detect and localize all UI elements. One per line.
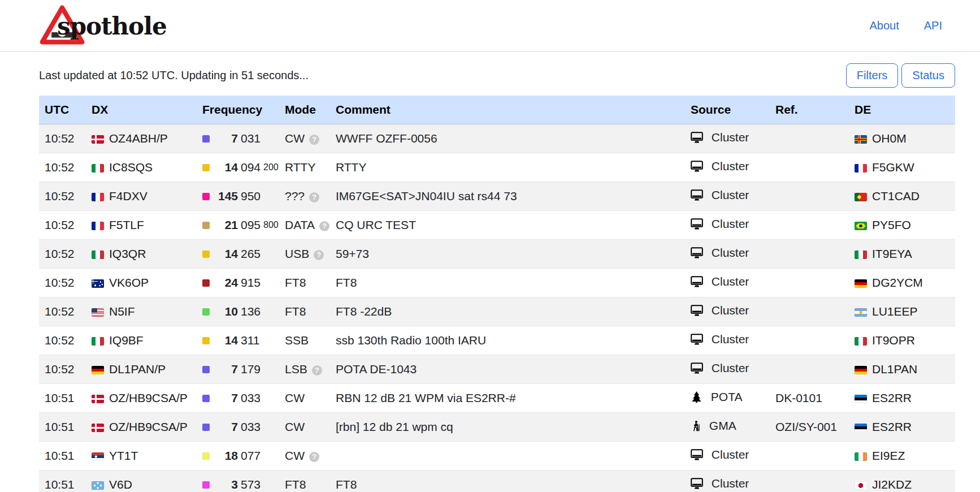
flag-it-icon: [855, 251, 867, 259]
de-callsign-link[interactable]: EI9EZ: [872, 449, 905, 462]
col-de-header: DE: [849, 96, 955, 124]
dx-callsign-link[interactable]: VK6OP: [109, 276, 149, 289]
de-callsign-link[interactable]: DG2YCM: [872, 276, 923, 289]
band-80m-indicator-icon: [202, 481, 210, 489]
frequency-mhz: 3: [214, 478, 238, 491]
de-callsign-link[interactable]: OH0M: [872, 132, 907, 145]
de-callsign-link[interactable]: IT9EYA: [872, 247, 912, 260]
frequency-mhz: 10: [214, 305, 238, 318]
de-callsign-link[interactable]: ES2RR: [872, 391, 912, 404]
table-row: 10:51 V6D 3 573 FT8 FT8: [39, 471, 955, 492]
flag-br-icon: [855, 222, 867, 230]
dx-callsign-link[interactable]: IQ9BF: [109, 334, 144, 347]
mode-help-icon[interactable]: ?: [309, 452, 319, 462]
dx-callsign-link[interactable]: IQ3QR: [109, 247, 146, 260]
ref-label: [770, 471, 849, 492]
dx-callsign-link[interactable]: OZ4ABH/P: [109, 132, 168, 145]
dx-callsign-link[interactable]: N5IF: [109, 305, 135, 318]
ref-label: [770, 355, 849, 384]
spot-time: 10:51: [39, 413, 86, 442]
de-callsign-link[interactable]: JI2KDZ: [872, 478, 912, 491]
flag-jp-icon: [855, 481, 867, 490]
frequency-khz: 031: [241, 132, 261, 145]
de-callsign-link[interactable]: IT9OPR: [872, 334, 915, 347]
frequency-khz: 179: [241, 362, 261, 376]
band-17m-indicator-icon: [202, 452, 210, 460]
source-cluster-icon: [691, 362, 703, 377]
table-row: 10:52 DL1PAN/P 7 179 LSB? POTA DE-1043: [39, 355, 955, 384]
table-row: 10:52 F5TLF 21 095 800 DATA? CQ URC TEST: [39, 211, 955, 240]
mode-help-icon[interactable]: ?: [312, 365, 322, 376]
de-callsign-link[interactable]: DL1PAN: [872, 362, 917, 376]
de-callsign-link[interactable]: LU1EEP: [872, 305, 918, 318]
de-callsign-link[interactable]: CT1CAD: [872, 189, 920, 202]
dx-callsign-link[interactable]: OZ/HB9CSA/P: [109, 391, 188, 404]
band-30m-indicator-icon: [202, 308, 210, 316]
flag-rs-icon: [92, 452, 104, 461]
spot-time: 10:51: [39, 471, 86, 492]
nav-about-link[interactable]: About: [869, 19, 899, 32]
spot-time: 10:52: [39, 269, 86, 297]
comment-text: FT8 -22dB: [330, 297, 685, 326]
source-cluster-icon: [691, 247, 703, 262]
frequency-khz: 095: [241, 218, 261, 232]
top-nav: About API: [869, 19, 942, 32]
de-callsign-link[interactable]: ES2RR: [872, 420, 912, 433]
mode-help-icon[interactable]: ?: [314, 250, 324, 260]
dx-callsign-link[interactable]: F5TLF: [109, 218, 144, 231]
nav-api-link[interactable]: API: [924, 19, 942, 32]
mode-label: SSB: [285, 334, 309, 347]
dx-callsign-link[interactable]: YT1T: [109, 449, 138, 462]
logo-link[interactable]: spothole: [39, 4, 167, 48]
table-row: 10:51 YT1T 18 077 CW?: [39, 442, 955, 471]
comment-text: IM67GE<SAT>JN04IU sat rs44 73: [330, 182, 685, 211]
frequency-mhz: 14: [214, 334, 238, 347]
flag-au-icon: [92, 279, 104, 288]
ref-label: OZI/SY-001: [770, 413, 849, 442]
de-callsign-link[interactable]: PY5FO: [872, 218, 911, 231]
source-label: Cluster: [712, 275, 749, 288]
table-row: 10:51 OZ/HB9CSA/P 7 033 CW [rbn] 12 db 2…: [39, 413, 955, 442]
mode-label: CW: [285, 449, 305, 462]
flag-fr-icon: [92, 222, 104, 230]
band-12m-indicator-icon: [202, 279, 210, 287]
status-button[interactable]: Status: [901, 63, 955, 88]
mode-help-icon[interactable]: ?: [309, 135, 319, 145]
de-callsign-link[interactable]: F5GKW: [872, 161, 914, 174]
dx-callsign-link[interactable]: IC8SQS: [109, 161, 153, 174]
dx-callsign-link[interactable]: F4DXV: [109, 189, 148, 202]
band-40m-indicator-icon: [202, 424, 210, 431]
mode-label: RTTY: [285, 161, 315, 174]
flag-fr-icon: [92, 193, 104, 201]
comment-text: RBN 12 dB 21 WPM via ES2RR-#: [330, 384, 685, 413]
ref-label: [770, 269, 849, 297]
source-label: Cluster: [712, 477, 749, 490]
comment-text: CQ URC TEST: [330, 211, 685, 240]
band-2m-indicator-icon: [202, 193, 210, 200]
ref-label: [770, 211, 849, 240]
mode-help-icon[interactable]: ?: [319, 221, 329, 231]
table-row: 10:52 IQ9BF 14 311 SSB ssb 130th Radio 1…: [39, 326, 955, 355]
dx-callsign-link[interactable]: DL1PAN/P: [109, 362, 166, 376]
col-utc-header: UTC: [39, 96, 86, 124]
frequency-sub-khz: 800: [263, 220, 279, 230]
col-source-header: Source: [685, 96, 770, 124]
dx-callsign-link[interactable]: OZ/HB9CSA/P: [109, 420, 188, 433]
source-cluster-icon: [691, 478, 703, 492]
source-label: POTA: [711, 390, 743, 403]
band-40m-indicator-icon: [202, 135, 210, 143]
band-20m-indicator-icon: [202, 164, 210, 171]
mode-help-icon[interactable]: ?: [309, 192, 319, 202]
table-row: 10:52 N5IF 10 136 FT8 FT8 -22dB: [39, 297, 955, 326]
mode-label: CW: [285, 420, 305, 433]
table-header-row: UTC DX Frequency Mode Comment Source Ref…: [39, 96, 955, 124]
filters-button[interactable]: Filters: [846, 63, 898, 88]
table-row: 10:52 IQ3QR 14 265 USB? 59+73: [39, 240, 955, 269]
frequency-khz: 033: [241, 420, 261, 434]
spots-table: UTC DX Frequency Mode Comment Source Ref…: [39, 96, 955, 492]
spots-table-body: 10:52 OZ4ABH/P 7 031 CW? WWFF OZFF-0056: [39, 124, 955, 492]
frequency-mhz: 14: [214, 247, 238, 261]
flag-pt-icon: [855, 193, 867, 201]
dx-callsign-link[interactable]: V6D: [109, 478, 132, 491]
frequency-mhz: 24: [214, 276, 238, 290]
